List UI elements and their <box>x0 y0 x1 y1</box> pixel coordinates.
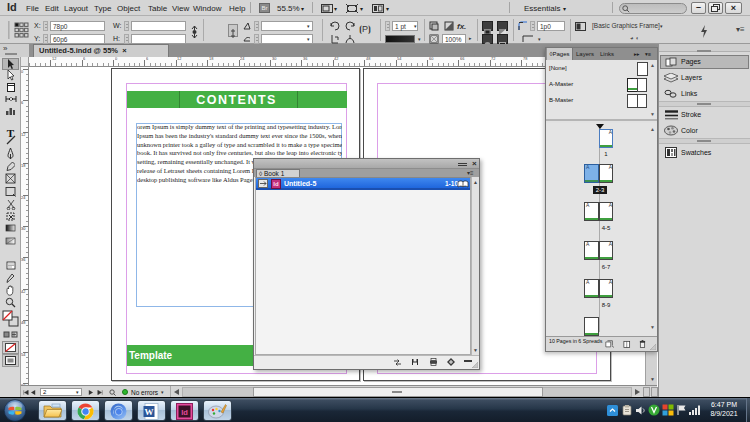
svg-text:Id: Id <box>181 408 188 417</box>
svg-text:W: W <box>145 407 154 417</box>
